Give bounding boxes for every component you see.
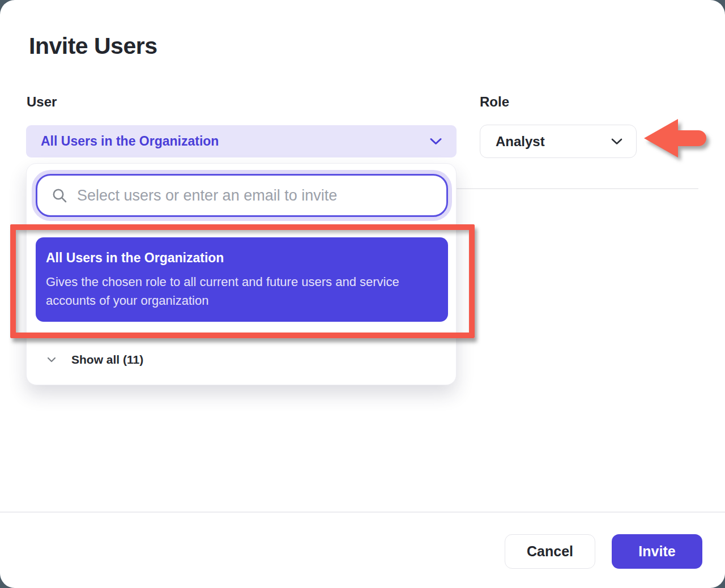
option-title: All Users in the Organization [46,250,437,266]
footer-divider [0,512,725,513]
backdrop: { "window": { "title": "Invite Users" },… [0,0,725,588]
show-all-label: Show all (11) [71,353,143,367]
cancel-button[interactable]: Cancel [505,534,595,569]
role-select-value: Analyst [496,134,545,150]
chevron-down-icon [430,138,442,145]
user-search-input[interactable] [77,187,435,204]
invite-button[interactable]: Invite [612,534,702,569]
annotation-arrow-icon [643,118,711,160]
role-field-label: Role [480,94,509,110]
user-search-box[interactable] [36,174,448,217]
chevron-down-icon [611,138,622,145]
option-all-users-in-organization[interactable]: All Users in the Organization Gives the … [36,237,448,322]
search-icon [52,188,67,203]
dialog-title: Invite Users [29,33,157,59]
role-select[interactable]: Analyst [480,125,637,158]
option-description: Gives the chosen role to all current and… [46,272,437,310]
user-select[interactable]: All Users in the Organization [26,125,457,157]
user-field-label: User [27,94,57,110]
show-all-toggle[interactable]: Show all (11) [27,346,456,373]
chevron-down-icon [47,357,56,363]
invite-users-dialog: Invite Users User All Users in the Organ… [0,0,725,588]
user-dropdown-panel: All Users in the Organization Gives the … [26,163,457,385]
user-select-value: All Users in the Organization [41,134,219,149]
